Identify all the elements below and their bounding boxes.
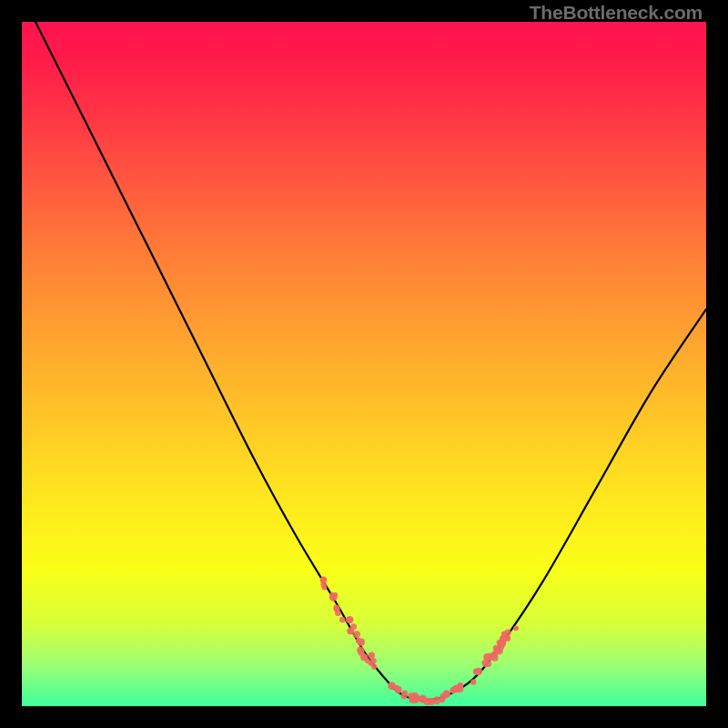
svg-point-16 bbox=[371, 664, 377, 670]
svg-point-19 bbox=[371, 658, 377, 663]
svg-point-46 bbox=[400, 693, 407, 699]
svg-point-25 bbox=[362, 655, 368, 661]
svg-point-70 bbox=[494, 647, 501, 654]
svg-point-55 bbox=[411, 693, 420, 701]
svg-point-24 bbox=[358, 639, 365, 646]
svg-point-14 bbox=[346, 616, 353, 623]
svg-point-53 bbox=[433, 696, 441, 704]
svg-point-21 bbox=[332, 592, 338, 598]
svg-point-77 bbox=[504, 635, 511, 642]
svg-point-43 bbox=[420, 695, 428, 703]
svg-point-45 bbox=[395, 686, 402, 693]
svg-point-17 bbox=[347, 627, 354, 634]
svg-point-64 bbox=[470, 679, 476, 684]
svg-point-23 bbox=[335, 611, 341, 617]
plot-area bbox=[22, 22, 706, 706]
bottleneck-curve bbox=[22, 22, 706, 706]
chart-frame: TheBottleneck.com bbox=[0, 0, 728, 728]
svg-point-73 bbox=[491, 654, 499, 662]
svg-point-12 bbox=[369, 652, 375, 658]
svg-point-76 bbox=[513, 625, 519, 631]
svg-point-9 bbox=[353, 631, 360, 638]
svg-point-75 bbox=[475, 668, 482, 675]
svg-point-3 bbox=[339, 617, 346, 623]
svg-point-60 bbox=[483, 653, 490, 661]
svg-point-71 bbox=[485, 661, 491, 667]
svg-point-54 bbox=[452, 685, 460, 693]
bottleneck-markers bbox=[320, 577, 519, 706]
svg-point-8 bbox=[320, 581, 326, 587]
attribution-label: TheBottleneck.com bbox=[530, 2, 703, 24]
